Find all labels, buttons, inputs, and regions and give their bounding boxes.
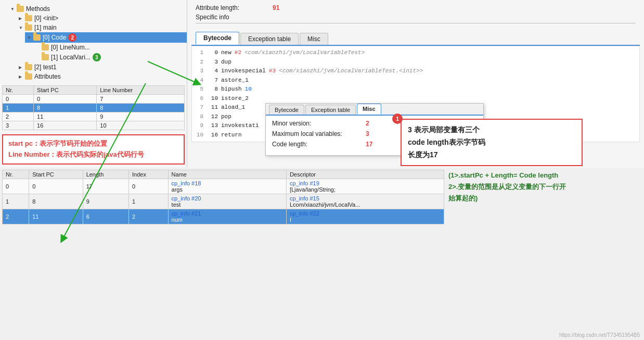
bc-comment: <com/xiaozhi/jvm/LocalVariableTest> [244,48,365,57]
local-var-row[interactable]: 1891cp_info #20testcp_info #15Lcom/xiaoz… [3,194,444,209]
linenum-cell-start_pc: 8 [34,104,97,112]
br-annotation-line2: 2>.变量的范围是从定义变量的下一行开 [448,181,638,193]
bc-linenum: 3 [196,67,203,75]
lv-name-ref[interactable]: cp_info #18 [172,180,201,186]
annotation-right-line2: code length表示字节码 [408,136,575,149]
lv-cell-length: 17 [83,179,128,194]
bc-linenum: 4 [196,76,203,85]
bc-offset: 3 [207,58,218,67]
tree-item-code0[interactable]: ▼ [0] Code 2 [25,32,187,43]
lv-desc-ref[interactable]: cp_info #15 [290,195,319,202]
linenum-cell-start_pc: 11 [34,112,97,121]
bc-linenum: 5 [196,85,203,94]
bc-offset: 11 [207,103,218,112]
lv-cell-length: 6 [83,209,128,224]
folder-icon-main [25,24,32,31]
lv-cell-desc: cp_info #19[Ljava/lang/String; [286,179,444,194]
tree-arrow-attributes: ▶ [19,74,24,79]
linenum-cell-start_pc: 0 [34,95,97,104]
br-annotation-line3: 始算起的) [448,193,638,204]
tree-item-init[interactable]: ▶ [0] <init> [17,14,187,23]
lv-cell-name: cp_info #21num [168,209,286,224]
inner-tab-exception[interactable]: Exception table [305,105,356,115]
bc-offset: 12 [207,112,218,121]
bc-comment: <com/xiaozhi/jvm/LocalVariableTest.<init… [279,67,423,75]
watermark: https://blog.csdn.net/T73451954B5 [559,332,640,338]
lv-desc-ref[interactable]: cp_info #19 [290,180,319,186]
bc-linenum: 1 [196,48,203,57]
annotation-startpc-line2: Line Number：表示代码实际的java代码行号 [8,149,178,160]
bc-linenum: 7 [196,103,203,112]
tree-area: ▼ Methods ▶ [0] <init> ▼ [1] main [0,2,187,83]
tab-misc[interactable]: Misc [300,33,328,45]
bc-instruction: dup [221,58,231,67]
lv-desc-text: [Ljava/lang/String; [290,186,336,193]
linenum-cell-nr: 1 [3,104,34,112]
tab-bytecode[interactable]: Bytecode [196,32,239,45]
inner-tab-bytecode[interactable]: Bytecode [269,105,304,115]
lv-desc-text: Lcom/xiaozhi/jvm/LocalVa... [290,202,360,208]
tree-item-attributes[interactable]: ▶ Attributes [17,72,187,81]
lv-cell-nr: 2 [3,209,29,224]
local-var-table-container: Nr. Start PC Length Index Name Descripto… [2,170,444,224]
attr-length-label: Attribute length: [196,4,268,11]
lv-cell-name: cp_info #18args [168,179,286,194]
separator [196,23,636,23]
linenum-row[interactable]: 31610 [3,121,185,130]
lv-desc-ref[interactable]: cp_info #22 [290,210,319,217]
bc-offset: 16 [207,131,218,140]
lv-name-ref[interactable]: cp_info #21 [172,210,201,217]
lv-cell-length: 9 [83,194,128,209]
tree-item-localvari[interactable]: [1] LocalVari... 3 [33,52,187,62]
inner-tab-misc[interactable]: Misc [357,104,381,115]
lv-cell-index: 1 [128,194,168,209]
tree-arrow-init: ▶ [19,16,24,21]
bottom-section: Nr. Start PC Length Index Name Descripto… [2,170,642,224]
lv-cell-desc: cp_info #15Lcom/xiaozhi/jvm/LocalVa... [286,194,444,209]
local-var-table: Nr. Start PC Length Index Name Descripto… [2,170,444,224]
annotation-right-panel: 3 表示局部变量有三个 code length表示字节码 长度为17 [401,119,583,166]
specific-info-label: Specific info [196,14,636,21]
linenum-cell-nr: 2 [3,112,34,121]
lv-cell-startpc: 0 [29,179,83,194]
tab-exception-table[interactable]: Exception table [240,33,299,45]
lv-th-descriptor: Descriptor [286,170,444,179]
linenum-cell-nr: 3 [3,121,34,130]
linenum-row[interactable]: 188 [3,104,185,112]
folder-icon-methods [17,6,24,12]
local-var-row[interactable]: 21162cp_info #21numcp_info #22I [3,209,444,224]
linenum-row[interactable]: 007 [3,95,185,104]
bc-linenum: 2 [196,58,203,67]
tree-label-init: [0] <init> [34,15,58,22]
tree-label-main: [1] main [34,24,57,31]
bytecode-line: 23dup [196,58,635,67]
linenum-row[interactable]: 2119 [3,112,185,121]
annotation-startpc-line1: start pc：表示字节码开始的位置 [8,138,178,149]
lv-th-nr: Nr. [3,170,29,179]
local-var-row[interactable]: 00170cp_info #18argscp_info #19[Ljava/la… [3,179,444,194]
lv-name-text: num [172,217,183,223]
lv-name-ref[interactable]: cp_info #20 [172,195,201,202]
bc-linenum: 8 [196,112,203,121]
lv-cell-desc: cp_info #22I [286,209,444,224]
folder-icon-linenum [42,44,49,51]
linenum-cell-nr: 0 [3,95,34,104]
bytecode-line: 10new#2 <com/xiaozhi/jvm/LocalVariableTe… [196,48,635,57]
lv-th-index: Index [128,170,168,179]
tree-item-test1[interactable]: ▶ [2] test1 [17,62,187,72]
tree-item-main[interactable]: ▼ [1] main [17,23,187,32]
annotation-right-line3: 长度为17 [408,149,575,161]
misc-value: 2 [366,120,369,127]
bc-offset: 7 [207,76,218,85]
bc-instruction: astore_1 [221,76,249,85]
tree-item-linenum[interactable]: [0] LineNum... [33,43,187,52]
bc-offset: 10 [207,94,218,103]
folder-icon-init [25,15,32,21]
linenum-cell-line_number: 7 [97,95,185,104]
bc-offset: 8 [207,85,218,94]
linenum-cell-line_number: 9 [97,112,185,121]
tree-label-test1: [2] test1 [34,64,57,71]
tree-item-methods[interactable]: ▼ Methods [8,4,187,14]
bottom-right-annotation: (1>.startPc + Length= Code length 2>.变量的… [444,170,642,224]
folder-icon-test1 [25,64,32,70]
